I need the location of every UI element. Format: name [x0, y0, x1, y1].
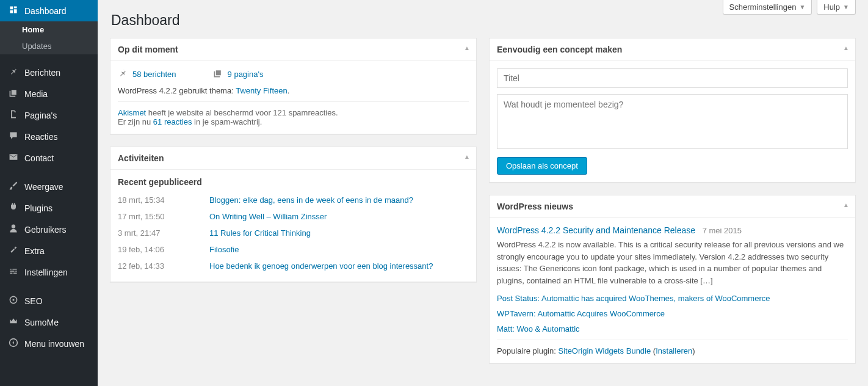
activity-date: 3 mrt, 21:47 — [118, 228, 209, 238]
stat-pages-label: 9 pagina's — [228, 70, 264, 79]
collapse-icon[interactable]: ▲ — [464, 45, 470, 51]
widget-title[interactable]: Eenvoudig een concept maken ▲ — [490, 38, 855, 61]
stat-pages[interactable]: 9 pagina's — [213, 68, 264, 80]
sidebar-item-plugins[interactable]: Plugins — [0, 197, 98, 219]
user-icon — [7, 224, 20, 235]
popular-plugin: Populaire plugin: SiteOrigin Widgets Bun… — [497, 340, 848, 355]
activity-link[interactable]: Hoe bedenk ik genoeg onderwerpen voor ee… — [209, 261, 433, 271]
chevron-down-icon: ▼ — [843, 4, 849, 10]
mail-icon — [7, 152, 20, 164]
akismet-info: Akismet heeft je website al beschermd vo… — [118, 101, 469, 126]
collapse-icon[interactable]: ▲ — [843, 202, 849, 208]
news-date: 7 mei 2015 — [703, 226, 742, 235]
activity-heading: Recent gepubliceerd — [118, 177, 469, 187]
widget-glance: Op dit moment ▲ 58 berichten 9 pagina's — [110, 38, 477, 134]
save-draft-button[interactable]: Opslaan als concept — [497, 157, 587, 175]
news-link[interactable]: Matt: Woo & Automattic — [497, 324, 848, 333]
dashboard-icon — [7, 5, 20, 16]
sidebar-label: Dashboard — [24, 6, 67, 16]
akismet-link[interactable]: Akismet — [118, 108, 146, 117]
widget-activity: Activiteiten ▲ Recent gepubliceerd 18 mr… — [110, 147, 477, 282]
news-item: WordPress 4.2.2 Security and Maintenance… — [497, 225, 848, 286]
sidebar-collapse[interactable]: Menu invouwen — [0, 333, 98, 354]
wrench-icon — [7, 245, 20, 257]
sidebar-item-appearance[interactable]: Weergave — [0, 176, 98, 197]
svg-point-1 — [12, 299, 14, 300]
activity-date: 19 feb, 14:06 — [118, 245, 209, 254]
sidebar-item-users[interactable]: Gebruikers — [0, 219, 98, 240]
sidebar-item-posts[interactable]: Berichten — [0, 62, 98, 83]
plugin-install-link[interactable]: Installeren — [656, 346, 692, 355]
pin-icon — [7, 67, 20, 78]
activity-row: 12 feb, 14:33 Hoe bedenk ik genoeg onder… — [118, 258, 469, 274]
plug-icon — [7, 202, 20, 214]
help-button[interactable]: Hulp ▼ — [817, 0, 856, 15]
stat-posts[interactable]: 58 berichten — [118, 68, 176, 80]
sidebar-item-settings[interactable]: Instellingen — [0, 261, 98, 283]
media-icon — [7, 88, 20, 100]
sidebar-sub-home[interactable]: Home — [7, 21, 98, 38]
activity-date: 17 mrt, 15:50 — [118, 212, 209, 221]
collapse-icon — [7, 338, 20, 349]
activity-row: 18 mrt, 15:34 Bloggen: elke dag, eens in… — [118, 192, 469, 208]
sidebar-label: Pagina's — [24, 111, 57, 120]
help-label: Hulp — [823, 2, 840, 12]
sidebar-submenu: Home Updates — [0, 21, 98, 54]
screen-options-label: Scherminstellingen — [729, 2, 797, 12]
activity-list: 18 mrt, 15:34 Bloggen: elke dag, eens in… — [118, 192, 469, 274]
sidebar-label: Berichten — [24, 68, 60, 78]
news-link[interactable]: WPTavern: Automattic Acquires WooCommerc… — [497, 309, 848, 318]
collapse-icon[interactable]: ▲ — [843, 45, 849, 51]
activity-date: 12 feb, 14:33 — [118, 261, 209, 271]
sidebar-item-contact[interactable]: Contact — [0, 147, 98, 169]
theme-link[interactable]: Twenty Fifteen — [236, 86, 288, 95]
draft-title-input[interactable] — [497, 68, 848, 88]
screen-options-button[interactable]: Scherminstellingen ▼ — [723, 0, 812, 15]
activity-row: 19 feb, 14:06 Filosofie — [118, 241, 469, 258]
sidebar-sub-updates[interactable]: Updates — [7, 38, 98, 54]
chevron-down-icon: ▼ — [799, 4, 805, 10]
news-body: WordPress 4.2.2 is now available. This i… — [497, 239, 848, 286]
page-icon — [7, 109, 20, 121]
widget-title[interactable]: Op dit moment ▲ — [110, 38, 476, 61]
main-content: Scherminstellingen ▼ Hulp ▼ Dashboard Op… — [98, 0, 868, 386]
activity-link[interactable]: Bloggen: elke dag, eens in de week of ee… — [209, 195, 413, 205]
widget-title[interactable]: Activiteiten ▲ — [110, 147, 476, 170]
spam-queue-link[interactable]: 61 reacties — [153, 117, 192, 126]
activity-link[interactable]: Filosofie — [209, 245, 239, 254]
sidebar-item-seo[interactable]: SEO — [0, 290, 98, 311]
wp-version: WordPress 4.2.2 gebruikt thema: Twenty F… — [118, 86, 469, 95]
sidebar-item-media[interactable]: Media — [0, 83, 98, 104]
pin-icon — [118, 68, 128, 80]
widget-title[interactable]: WordPress nieuws ▲ — [490, 195, 855, 218]
activity-link[interactable]: 11 Rules for Critical Thinking — [209, 228, 311, 238]
sidebar-label: Reacties — [24, 132, 57, 142]
news-link[interactable]: Post Status: Automattic has acquired Woo… — [497, 294, 848, 303]
comment-icon — [7, 131, 20, 142]
sidebar-label: SEO — [24, 296, 43, 306]
activity-link[interactable]: On Writing Well – William Zinsser — [209, 212, 327, 221]
collapse-icon[interactable]: ▲ — [464, 153, 470, 160]
crown-icon — [7, 316, 20, 328]
activity-row: 17 mrt, 15:50 On Writing Well – William … — [118, 208, 469, 225]
seo-icon — [7, 295, 20, 307]
sidebar-label: Media — [24, 89, 48, 99]
sidebar-label: SumoMe — [24, 318, 59, 327]
admin-sidebar: Dashboard Home Updates Berichten Media P… — [0, 0, 98, 386]
sliders-icon — [7, 266, 20, 278]
sidebar-item-pages[interactable]: Pagina's — [0, 104, 98, 126]
stat-posts-label: 58 berichten — [132, 70, 176, 79]
page-icon — [213, 68, 223, 80]
sidebar-item-dashboard[interactable]: Dashboard — [0, 0, 98, 21]
sidebar-label: Extra — [24, 246, 45, 256]
widget-quickdraft: Eenvoudig een concept maken ▲ Opslaan al… — [489, 38, 856, 183]
sidebar-item-sumome[interactable]: SumoMe — [0, 311, 98, 333]
news-headline-link[interactable]: WordPress 4.2.2 Security and Maintenance… — [497, 225, 695, 235]
draft-content-textarea[interactable] — [497, 94, 848, 149]
sidebar-item-tools[interactable]: Extra — [0, 240, 98, 261]
sidebar-label: Contact — [24, 153, 54, 163]
sidebar-label: Weergave — [24, 182, 63, 192]
activity-date: 18 mrt, 15:34 — [118, 195, 209, 205]
sidebar-item-comments[interactable]: Reacties — [0, 126, 98, 147]
plugin-name-link[interactable]: SiteOrigin Widgets Bundle — [558, 346, 651, 355]
